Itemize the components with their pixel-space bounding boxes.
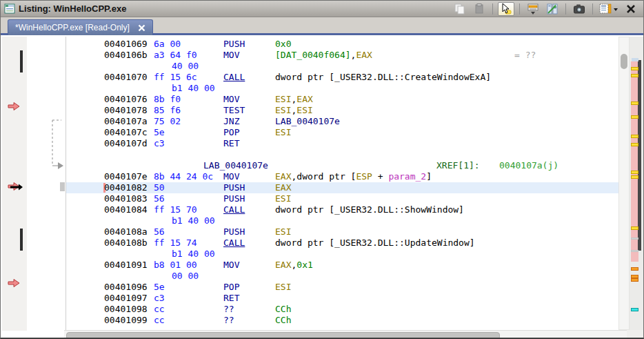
overview-marker[interactable] [631, 278, 638, 282]
horizontal-scrollbar[interactable] [64, 330, 627, 339]
overview-marker[interactable] [631, 175, 638, 179]
overview-marker[interactable] [631, 74, 638, 77]
listing-row[interactable]: b1 40 00 [66, 249, 618, 260]
overview-marker[interactable] [631, 143, 638, 146]
margin-range-bar [20, 229, 23, 251]
margin-range-bar [20, 50, 23, 72]
listing-panel[interactable]: 004010696a 00PUSH0x00040106ba3 64 f0MOV[… [66, 37, 618, 330]
overview-marker[interactable] [631, 67, 638, 70]
listing-row[interactable]: 004010696a 00PUSH0x0 [66, 39, 618, 50]
listing-row[interactable]: 004010965ePOPESI [66, 282, 618, 293]
listing-row[interactable]: b1 40 00 [66, 215, 618, 226]
listing-row[interactable]: 0040107c5ePOPESI [66, 127, 618, 138]
bookmark-arrow-icon [8, 278, 21, 291]
overview-marker[interactable] [631, 250, 638, 252]
listing-row[interactable]: 0040106ba3 64 f0MOV[DAT_0040f064],EAX= ?… [66, 50, 618, 61]
listing-row[interactable]: 0040108250PUSHEAX [66, 182, 618, 193]
marker-margin [2, 37, 27, 331]
listing-row[interactable]: 00401091b8 01 00MOVEAX,0x1 [66, 260, 618, 271]
margin-selection-block [60, 182, 65, 191]
tab-bar: *WinHelloCPP.exe [Read-Only] [1, 17, 643, 35]
listing-row[interactable]: 004010768b f0MOVESI,EAX [66, 94, 618, 105]
overview-marker[interactable] [631, 101, 638, 105]
overview-marker[interactable] [631, 267, 638, 271]
overview-marker[interactable] [631, 226, 638, 230]
toolbar-separator [592, 3, 593, 14]
listing-row[interactable]: 00401099cc??CCh [66, 315, 618, 326]
toolbar [452, 2, 643, 16]
listing-row[interactable]: 0040108356PUSHESI [66, 193, 618, 204]
listing-row[interactable]: 0040107e8b 44 24 0cMOVEAX,dword ptr [ESP… [66, 171, 618, 182]
listing-row[interactable]: 0040107dc3RET [66, 138, 618, 149]
tab-winhellocpp[interactable]: *WinHelloCPP.exe [Read-Only] [8, 19, 153, 35]
paste-icon[interactable] [471, 2, 487, 16]
overview-marker[interactable] [631, 308, 638, 311]
listing-row[interactable]: 00401098cc??CCh [66, 304, 618, 315]
listing-row[interactable]: 00401097c3RET [66, 293, 618, 304]
tab-label: *WinHelloCPP.exe [Read-Only] [15, 23, 130, 32]
toggle-header-icon[interactable] [525, 2, 541, 16]
listing-row[interactable]: 40 00 [66, 61, 618, 72]
bookmark-arrow-icon [8, 101, 21, 114]
diff-view-icon[interactable] [544, 2, 561, 16]
window-title: Listing: WinHelloCPP.exe [19, 3, 126, 14]
copy-icon[interactable] [452, 2, 468, 16]
listing-row[interactable]: 0040108bff 15 74CALLdword ptr [_USER32.D… [66, 238, 618, 249]
listing-blank-row[interactable] [66, 149, 618, 160]
listing-row[interactable]: 00401084ff 15 70CALLdword ptr [_USER32.D… [66, 204, 618, 215]
overview-marker[interactable] [631, 115, 638, 119]
vertical-scrollbar[interactable] [618, 37, 630, 330]
overview-marker-margin[interactable] [630, 37, 643, 330]
listing-window: Listing: WinHelloCPP.exe [0, 0, 644, 339]
vertical-scrollbar-thumb[interactable] [621, 54, 627, 69]
horizontal-scrollbar-thumb[interactable] [66, 332, 500, 339]
listing-display-options-icon[interactable] [598, 2, 620, 16]
close-icon[interactable] [623, 2, 639, 16]
overview-marker[interactable] [631, 238, 638, 240]
listing-label-row[interactable]: LAB_0040107eXREF[1]:0040107a(j) [66, 160, 618, 171]
overview-marker[interactable] [631, 135, 638, 138]
titlebar: Listing: WinHelloCPP.exe [1, 1, 643, 17]
listing-icon [4, 3, 15, 14]
toolbar-separator [565, 3, 566, 14]
cursor-location-icon[interactable] [498, 2, 514, 16]
scrollbar-corner [627, 330, 643, 339]
listing-row[interactable]: 0040107885 f6TESTESI,ESI [66, 105, 618, 116]
overview-dark-bar [638, 60, 641, 251]
flow-cursor-arrow-icon [10, 182, 24, 194]
toolbar-separator [519, 3, 520, 14]
tab-close-icon[interactable] [138, 24, 145, 32]
snapshot-camera-icon[interactable] [571, 2, 587, 16]
listing-row[interactable]: 0040108a56PUSHESI [66, 226, 618, 238]
toolbar-separator [492, 3, 493, 14]
listing-row[interactable]: 00 00 [66, 271, 618, 282]
listing-row[interactable]: b1 40 00 [66, 83, 618, 94]
listing-row[interactable]: 00401070ff 15 6cCALLdword ptr [_USER32.D… [66, 72, 618, 83]
listing-row[interactable]: 0040107a75 02JNZLAB_0040107e [66, 116, 618, 127]
overview-top-mark [632, 58, 638, 61]
overview-marker[interactable] [631, 171, 638, 174]
